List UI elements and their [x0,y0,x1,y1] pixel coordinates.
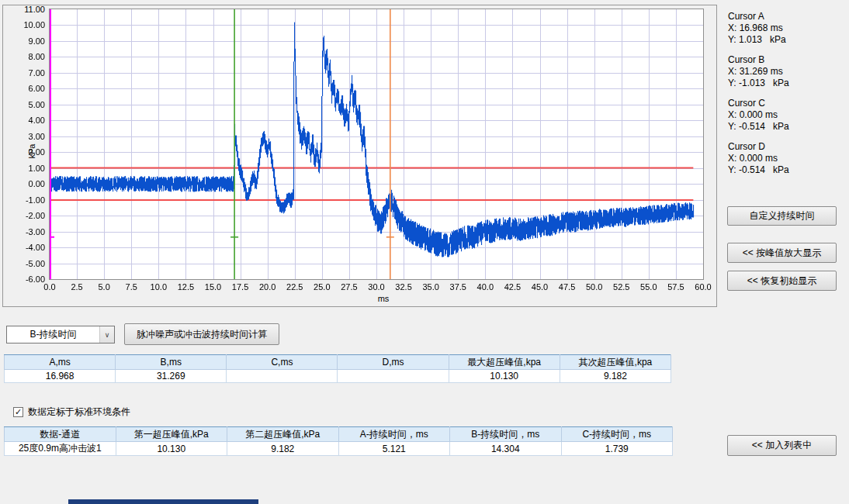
x-tick-label: 10.0 [143,282,174,292]
channel-summary-cell[interactable]: 9.182 [227,442,339,456]
channel-summary-cell[interactable]: 14.304 [450,442,562,456]
x-tick-label: 30.0 [361,282,392,292]
y-tick-label: 9.00 [3,36,45,47]
y-tick-label: -1.00 [3,195,45,205]
x-tick-label: 7.5 [116,282,147,292]
add-to-list-button[interactable]: << 加入列表中 [727,435,837,456]
x-tick-label: 32.5 [388,282,419,292]
x-tick-label: 25.0 [307,282,338,292]
y-tick-label: 0.00 [3,179,45,189]
y-tick-label: -4.00 [3,243,45,253]
cursor-results-header-cell: D,ms [338,355,449,370]
cursor-results-cell[interactable]: 10.130 [449,370,560,383]
y-tick-label: -2.00 [3,211,45,221]
zoom-to-peak-button[interactable]: << 按峰值放大显示 [727,243,837,263]
calc-duration-button[interactable]: 脉冲噪声或冲击波持续时间计算 [124,323,279,345]
x-tick-label: 42.5 [497,282,528,292]
x-tick-label: 55.0 [633,282,664,292]
y-tick-label: 6.00 [3,84,45,94]
x-tick-label: 35.0 [415,282,446,292]
x-tick-label: 17.5 [225,282,256,292]
channel-summary-header-cell: A-持续时间，ms [338,427,450,442]
cursor-results-cell[interactable]: 16.968 [5,370,116,383]
x-tick-label: 0.0 [34,282,65,292]
channel-summary-cell[interactable]: 1.739 [561,442,673,456]
chevron-down-icon[interactable]: ∨ [99,326,114,343]
channel-summary-header-cell: C-持续时间，ms [561,427,673,442]
channel-summary-header-cell: 第一超压峰值,kPa [116,427,227,442]
cursor-results-header-cell: C,ms [227,355,338,370]
cursor-a-title: Cursor A [728,11,844,22]
cursor-b-readout: Cursor B X: 31.269 ms Y: -1.013 kPa [728,54,844,89]
cursor-d-readout: Cursor D X: 0.000 ms Y: -0.514 kPa [728,141,844,176]
x-tick-label: 15.0 [198,282,229,292]
channel-summary-header-cell: B-持续时间，ms [450,427,562,442]
cursor-results-cell[interactable] [227,370,338,383]
y-tick-label: 1.00 [3,164,45,174]
cursor-results-header-cell: 最大超压峰值,kpa [449,355,560,370]
y-tick-label: 5.00 [3,100,45,110]
channel-summary-cell[interactable]: 10.130 [116,442,227,456]
cursor-d-y: Y: -0.514 kPa [728,164,844,176]
x-tick-label: 52.5 [606,282,637,292]
y-tick-label: 4.00 [3,116,45,126]
channel-summary-cell[interactable]: 25度0.9m高冲击波1 [5,442,116,456]
x-tick-label: 5.0 [88,282,120,292]
cursor-a-readout: Cursor A X: 16.968 ms Y: 1.013 kPa [728,11,844,46]
channel-summary-header-cell: 数据-通道 [5,427,116,442]
cursor-results-header-cell: 其次超压峰值,kpa [560,355,671,370]
x-axis-title: ms [368,294,399,303]
cursor-b-title: Cursor B [728,54,844,66]
app-window: kPa ms 11.0010.009.008.007.006.005.004.0… [0,0,849,504]
cursor-a-y: Y: 1.013 kPa [728,34,844,46]
standard-conditions-checkbox-row: ✓ 数据定标于标准环境条件 [13,406,130,419]
channel-summary-row[interactable]: 25度0.9m高冲击波110.1309.1825.12114.3041.739 [5,442,673,456]
cursor-c-title: Cursor C [728,98,844,109]
cursor-a-x: X: 16.968 ms [728,22,844,34]
cursor-results-cell[interactable]: 9.182 [560,370,671,383]
x-tick-label: 50.0 [579,282,610,292]
x-tick-label: 45.0 [525,282,556,292]
waveform-chart-panel: kPa ms 11.0010.009.008.007.006.005.004.0… [2,5,717,307]
y-tick-label: 3.00 [3,132,45,142]
x-tick-label: 37.5 [442,282,473,292]
x-tick-label: 22.5 [279,282,310,292]
x-tick-label: 57.5 [660,282,691,292]
x-tick-label: 47.5 [552,282,583,292]
channel-summary-cell[interactable]: 5.121 [338,442,450,456]
y-tick-label: -5.00 [3,259,45,269]
custom-duration-button[interactable]: 自定义持续时间 [727,206,837,226]
y-tick-label: 8.00 [3,52,45,62]
y-tick-label: 2.00 [3,147,45,157]
x-tick-label: 12.5 [170,282,201,292]
cursor-results-header-cell: A,ms [5,355,116,370]
duration-type-select[interactable]: B-持续时间 ∨ [6,326,115,343]
cursor-b-x: X: 31.269 ms [728,66,844,78]
cursor-results-cell[interactable]: 31.269 [116,370,227,383]
cursor-c-x: X: 0.000 ms [728,109,844,121]
checkbox-checked-icon[interactable]: ✓ [13,407,23,417]
x-tick-label: 40.0 [470,282,501,292]
y-tick-label: 10.00 [3,20,45,30]
x-tick-label: 60.0 [688,282,719,292]
y-tick-label: 7.00 [3,68,45,78]
duration-type-value: B-持续时间 [7,326,99,343]
cursor-b-y: Y: -1.013 kPa [728,78,844,89]
restore-initial-view-button[interactable]: << 恢复初始显示 [727,271,837,291]
cursor-c-readout: Cursor C X: 0.000 ms Y: -0.514 kPa [728,98,844,133]
y-tick-label: -3.00 [3,227,45,237]
cursor-results-row[interactable]: 16.96831.26910.1309.182 [5,370,671,383]
cursor-results-cell[interactable] [338,370,449,383]
cursor-c-y: Y: -0.514 kPa [728,121,844,133]
y-tick-label: 11.00 [3,5,45,15]
channel-summary-header-cell: 第二超压峰值,kPa [227,427,339,442]
cursor-d-title: Cursor D [728,141,844,153]
cursor-d-x: X: 0.000 ms [728,153,844,164]
waveform-plot-canvas[interactable] [49,9,704,280]
cursor-results-header-cell: B,ms [116,355,227,370]
x-tick-label: 27.5 [334,282,365,292]
taskbar-fragment[interactable] [68,499,258,504]
cursor-results-table: A,msB,msC,msD,ms最大超压峰值,kpa其次超压峰值,kpa16.9… [4,354,671,383]
standard-conditions-label: 数据定标于标准环境条件 [28,406,130,419]
x-tick-label: 2.5 [61,282,92,292]
